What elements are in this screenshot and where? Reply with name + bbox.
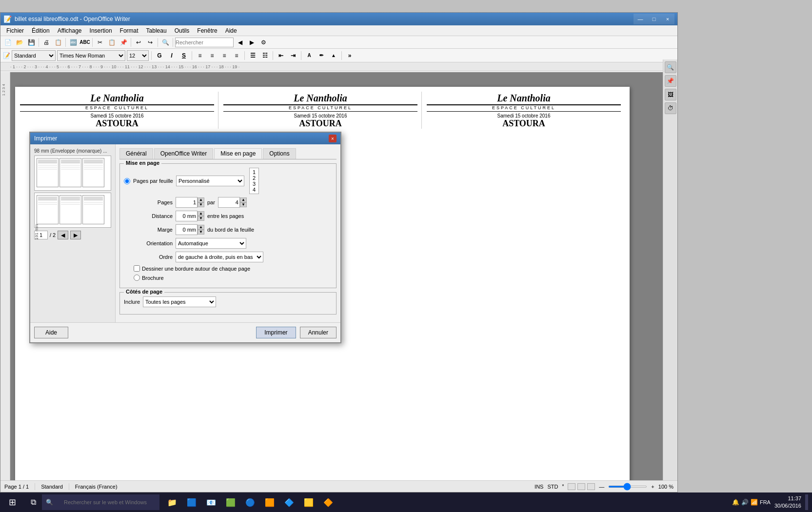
print-dialog: Imprimer × 98 mm (Enveloppe (monarque) .… xyxy=(29,132,341,343)
orientation-select[interactable]: Automatique Portrait Paysage xyxy=(176,238,246,249)
taskbar: ⊞ ⧉ 🔍 📁 🟦 📧 🟩 🔵 🟧 🔷 🟨 🔶 🔔 🔊 📶 FRA 11:37 … xyxy=(0,492,812,512)
brochure-text: Brochure xyxy=(142,275,164,281)
taskbar-app6-button[interactable]: 🟨 xyxy=(300,493,317,511)
border-checkbox[interactable] xyxy=(134,265,140,272)
dialog-tabs: Général OpenOffice Writer Mise en page O… xyxy=(119,148,337,159)
orientation-label: Orientation xyxy=(134,240,173,246)
ordre-label: Ordre xyxy=(134,254,173,260)
marge-down[interactable]: ▼ xyxy=(198,230,204,235)
pages-rows-up[interactable]: ▲ xyxy=(198,197,204,202)
imprimer-button[interactable]: Imprimer xyxy=(256,327,296,338)
dialog-title: Imprimer xyxy=(34,135,57,142)
total-pages-label: / 2 xyxy=(50,232,56,238)
inclure-row: Inclure Toutes les pages Pages de recto … xyxy=(124,296,332,307)
dialog-overlay: Imprimer × 98 mm (Enveloppe (monarque) .… xyxy=(0,0,812,512)
distance-spinner: ▲ ▼ xyxy=(198,211,204,221)
taskbar-app3-button[interactable]: 🟩 xyxy=(222,493,239,511)
aide-button[interactable]: Aide xyxy=(34,327,68,338)
ordre-select[interactable]: de gauche à droite, puis en bas de haut … xyxy=(176,252,263,262)
tab-options[interactable]: Options xyxy=(263,148,296,159)
preview-thumb-5 xyxy=(59,195,81,224)
pages-cols-down[interactable]: ▼ xyxy=(240,202,247,207)
ordre-row: Ordre de gauche à droite, puis en bas de… xyxy=(134,252,332,262)
dialog-close-button[interactable]: × xyxy=(329,135,337,142)
system-tray: 🔔 🔊 📶 FRA xyxy=(732,499,771,506)
par-label: par xyxy=(207,199,215,205)
distance-suffix: entre les pages xyxy=(207,213,244,219)
pages-spinbox: ▲ ▼ xyxy=(176,197,204,208)
pages-cols-input[interactable] xyxy=(218,197,240,208)
marge-row: Marge ▲ ▼ du bord de la feuille xyxy=(134,224,332,235)
pages-par-feuille-select[interactable]: Personnalisé xyxy=(176,176,244,186)
taskbar-app1-button[interactable]: 🟦 xyxy=(183,493,200,511)
pages-count-row: Pages ▲ ▼ par ▲ xyxy=(134,197,332,208)
prev-page-button[interactable]: ◀ xyxy=(58,231,68,239)
pages-rows-down[interactable]: ▼ xyxy=(198,202,204,207)
start-button[interactable]: ⊞ xyxy=(0,492,24,512)
preview-thumb-4 xyxy=(37,195,59,224)
page-num-2: 2 xyxy=(253,175,256,181)
taskbar-search-container: 🔍 xyxy=(42,494,159,510)
tab-openoffice[interactable]: OpenOffice Writer xyxy=(154,148,214,159)
pages-cols-spinbox: ▲ ▼ xyxy=(218,197,247,208)
taskbar-pinned-apps: 📁 🟦 📧 🟩 🔵 🟧 🔷 🟨 🔶 xyxy=(163,493,337,511)
page-num-1: 1 xyxy=(253,169,256,175)
tab-mise-en-page[interactable]: Mise en page xyxy=(214,148,262,159)
distance-label: Distance xyxy=(134,213,173,219)
pages-cols-spinner: ▲ ▼ xyxy=(240,197,247,207)
show-desktop-button[interactable] xyxy=(805,494,808,510)
task-view-button[interactable]: ⧉ xyxy=(24,493,42,511)
language-indicator: FRA xyxy=(760,499,771,505)
tray-icon-3: 📶 xyxy=(751,499,758,506)
pages-cols-up[interactable]: ▲ xyxy=(240,197,247,202)
pages-label: Pages xyxy=(134,199,173,205)
pages-par-feuille-radio[interactable] xyxy=(124,178,130,184)
taskbar-app7-button[interactable]: 🔶 xyxy=(319,493,337,511)
marge-up[interactable]: ▲ xyxy=(198,225,204,230)
section-title-mise-en-page: Mise en page xyxy=(124,160,161,166)
distance-spinbox: ▲ ▼ xyxy=(176,211,204,221)
inclure-label: Inclure xyxy=(124,299,140,305)
annuler-button[interactable]: Annuler xyxy=(300,327,337,338)
preview-size-label: 191 mm xyxy=(34,201,39,240)
preview-thumb-2 xyxy=(59,158,81,187)
clock-time: 11:37 xyxy=(774,495,801,502)
clock-date: 30/06/2016 xyxy=(774,502,801,510)
dialog-main: Général OpenOffice Writer Mise en page O… xyxy=(116,144,340,322)
border-row: Dessiner une bordure autour de chaque pa… xyxy=(134,265,332,272)
taskbar-search-icon: 🔍 xyxy=(46,499,53,506)
taskbar-explorer-button[interactable]: 📁 xyxy=(163,493,181,511)
preview-row-1 xyxy=(37,158,109,187)
preview-thumbnails-1 xyxy=(34,156,111,191)
taskbar-app4-button[interactable]: 🔵 xyxy=(241,493,259,511)
preview-thumb-1 xyxy=(37,158,59,187)
marge-spinbox: ▲ ▼ xyxy=(176,224,204,235)
inclure-select[interactable]: Toutes les pages Pages de recto uniqueme… xyxy=(143,296,216,307)
brochure-label: Brochure xyxy=(134,275,164,281)
marge-input[interactable] xyxy=(176,224,198,235)
distance-up[interactable]: ▲ xyxy=(198,211,204,216)
orientation-row: Orientation Automatique Portrait Paysage xyxy=(134,238,332,249)
dialog-titlebar: Imprimer × xyxy=(30,133,340,144)
cotes-de-page-section: Côtés de page Inclure Toutes les pages P… xyxy=(119,292,337,315)
taskbar-app2-button[interactable]: 📧 xyxy=(202,493,220,511)
preview-thumb-6 xyxy=(82,195,104,224)
tab-general[interactable]: Général xyxy=(119,148,153,159)
taskbar-right: 🔔 🔊 📶 FRA 11:37 30/06/2016 xyxy=(732,494,812,510)
marge-spinner: ▲ ▼ xyxy=(198,225,204,235)
distance-down[interactable]: ▼ xyxy=(198,216,204,221)
footer-right-buttons: Imprimer Annuler xyxy=(256,327,337,338)
marge-label: Marge xyxy=(134,227,173,233)
taskbar-search-input[interactable] xyxy=(58,495,156,509)
preview-thumbnails-2 xyxy=(34,193,111,228)
distance-input[interactable] xyxy=(176,211,198,221)
page-num-3: 3 xyxy=(253,181,256,187)
pages-grid: 1 2 3 4 xyxy=(249,168,259,194)
next-page-button[interactable]: ▶ xyxy=(70,231,81,239)
taskbar-app5-button[interactable]: 🟧 xyxy=(261,493,278,511)
taskbar-word-button[interactable]: 🔷 xyxy=(280,493,298,511)
border-checkbox-text: Dessiner une bordure autour de chaque pa… xyxy=(142,266,250,272)
clock-display: 11:37 30/06/2016 xyxy=(774,495,801,510)
brochure-radio[interactable] xyxy=(134,275,140,281)
pages-rows-input[interactable] xyxy=(176,197,198,208)
